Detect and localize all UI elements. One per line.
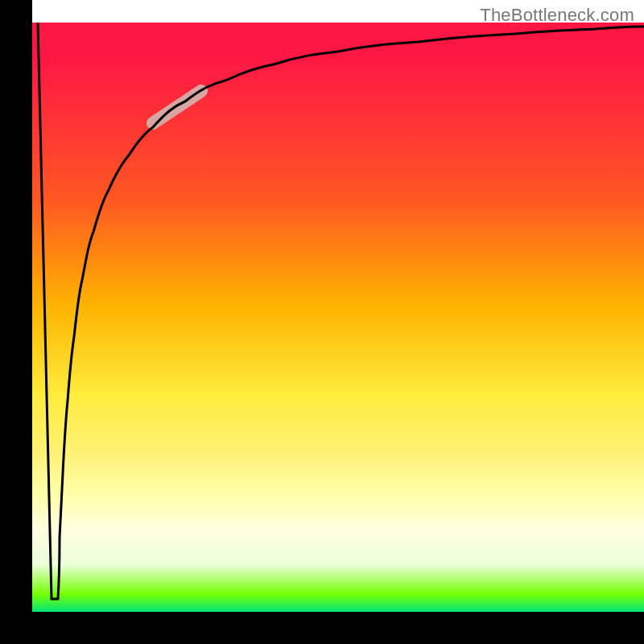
x-axis-bar [0, 612, 644, 644]
chart-container: TheBottleneck.com [0, 0, 644, 644]
plot-gradient-background [32, 23, 644, 612]
y-axis-bar [0, 0, 32, 644]
watermark-text: TheBottleneck.com [480, 5, 634, 26]
